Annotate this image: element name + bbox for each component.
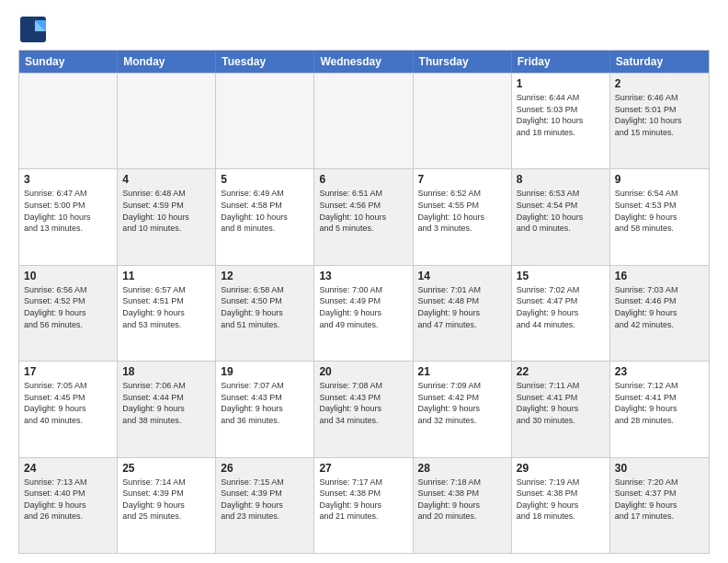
cal-cell-2-2: 12Sunrise: 6:58 AMSunset: 4:50 PMDayligh… xyxy=(216,266,314,361)
day-info: Sunrise: 6:51 AMSunset: 4:56 PMDaylight:… xyxy=(319,188,407,234)
day-info: Sunrise: 7:05 AMSunset: 4:45 PMDaylight:… xyxy=(24,380,112,426)
day-info: Sunrise: 7:08 AMSunset: 4:43 PMDaylight:… xyxy=(319,380,407,426)
cal-cell-1-3: 6Sunrise: 6:51 AMSunset: 4:56 PMDaylight… xyxy=(314,169,413,264)
day-number: 16 xyxy=(615,270,704,282)
day-number: 8 xyxy=(517,173,605,186)
day-info: Sunrise: 6:46 AMSunset: 5:01 PMDaylight:… xyxy=(615,92,704,138)
cal-cell-2-1: 11Sunrise: 6:57 AMSunset: 4:51 PMDayligh… xyxy=(118,266,216,361)
cal-cell-2-3: 13Sunrise: 7:00 AMSunset: 4:49 PMDayligh… xyxy=(314,266,413,361)
day-info: Sunrise: 7:11 AMSunset: 4:41 PMDaylight:… xyxy=(517,380,605,426)
day-number: 14 xyxy=(418,270,506,282)
day-number: 2 xyxy=(615,77,704,90)
day-info: Sunrise: 7:06 AMSunset: 4:44 PMDaylight:… xyxy=(122,380,210,426)
day-info: Sunrise: 6:53 AMSunset: 4:54 PMDaylight:… xyxy=(517,188,605,234)
cal-cell-0-1 xyxy=(118,74,216,168)
day-number: 22 xyxy=(517,365,605,378)
day-number: 25 xyxy=(122,462,210,475)
day-number: 30 xyxy=(615,462,704,475)
cal-cell-0-6: 2Sunrise: 6:46 AMSunset: 5:01 PMDaylight… xyxy=(610,74,709,168)
cal-cell-3-5: 22Sunrise: 7:11 AMSunset: 4:41 PMDayligh… xyxy=(512,362,610,456)
day-info: Sunrise: 6:44 AMSunset: 5:03 PMDaylight:… xyxy=(517,92,605,138)
day-number: 28 xyxy=(418,462,506,475)
day-number: 12 xyxy=(221,270,309,282)
day-number: 29 xyxy=(517,462,605,475)
cal-cell-2-5: 15Sunrise: 7:02 AMSunset: 4:47 PMDayligh… xyxy=(512,266,610,361)
page: SundayMondayTuesdayWednesdayThursdayFrid… xyxy=(0,0,728,563)
calendar: SundayMondayTuesdayWednesdayThursdayFrid… xyxy=(18,50,710,554)
day-info: Sunrise: 7:03 AMSunset: 4:46 PMDaylight:… xyxy=(615,284,704,330)
header-day-tuesday: Tuesday xyxy=(216,51,314,73)
day-number: 27 xyxy=(319,462,407,475)
cal-cell-4-3: 27Sunrise: 7:17 AMSunset: 4:38 PMDayligh… xyxy=(314,458,413,553)
day-number: 11 xyxy=(122,270,210,282)
cal-cell-2-6: 16Sunrise: 7:03 AMSunset: 4:46 PMDayligh… xyxy=(610,266,709,361)
day-number: 7 xyxy=(418,173,506,186)
calendar-row-1: 3Sunrise: 6:47 AMSunset: 5:00 PMDaylight… xyxy=(19,168,709,264)
day-number: 13 xyxy=(319,270,407,282)
day-info: Sunrise: 6:58 AMSunset: 4:50 PMDaylight:… xyxy=(221,284,309,330)
header-day-monday: Monday xyxy=(118,51,216,73)
day-info: Sunrise: 6:47 AMSunset: 5:00 PMDaylight:… xyxy=(24,188,112,234)
day-number: 18 xyxy=(122,365,210,378)
cal-cell-3-2: 19Sunrise: 7:07 AMSunset: 4:43 PMDayligh… xyxy=(216,362,314,456)
cal-cell-1-6: 9Sunrise: 6:54 AMSunset: 4:53 PMDaylight… xyxy=(610,169,709,264)
day-number: 15 xyxy=(517,270,605,282)
day-number: 9 xyxy=(615,173,704,186)
cal-cell-4-4: 28Sunrise: 7:18 AMSunset: 4:38 PMDayligh… xyxy=(414,458,512,553)
day-number: 21 xyxy=(418,365,506,378)
calendar-row-0: 1Sunrise: 6:44 AMSunset: 5:03 PMDaylight… xyxy=(19,73,709,168)
calendar-row-3: 17Sunrise: 7:05 AMSunset: 4:45 PMDayligh… xyxy=(19,361,709,456)
cal-cell-4-5: 29Sunrise: 7:19 AMSunset: 4:38 PMDayligh… xyxy=(512,458,610,553)
day-info: Sunrise: 7:09 AMSunset: 4:42 PMDaylight:… xyxy=(418,380,506,426)
header-day-friday: Friday xyxy=(512,51,610,73)
day-info: Sunrise: 6:52 AMSunset: 4:55 PMDaylight:… xyxy=(418,188,506,234)
day-number: 19 xyxy=(221,365,309,378)
day-info: Sunrise: 6:56 AMSunset: 4:52 PMDaylight:… xyxy=(24,284,112,330)
day-number: 23 xyxy=(615,365,704,378)
cal-cell-3-1: 18Sunrise: 7:06 AMSunset: 4:44 PMDayligh… xyxy=(118,362,216,456)
cal-cell-0-0 xyxy=(19,74,118,168)
day-number: 3 xyxy=(24,173,112,186)
day-info: Sunrise: 7:20 AMSunset: 4:37 PMDaylight:… xyxy=(615,477,704,523)
cal-cell-1-2: 5Sunrise: 6:49 AMSunset: 4:58 PMDaylight… xyxy=(216,169,314,264)
cal-cell-1-4: 7Sunrise: 6:52 AMSunset: 4:55 PMDaylight… xyxy=(414,169,512,264)
cal-cell-4-6: 30Sunrise: 7:20 AMSunset: 4:37 PMDayligh… xyxy=(610,458,709,553)
cal-cell-4-1: 25Sunrise: 7:14 AMSunset: 4:39 PMDayligh… xyxy=(118,458,216,553)
day-info: Sunrise: 7:19 AMSunset: 4:38 PMDaylight:… xyxy=(517,477,605,523)
cal-cell-0-5: 1Sunrise: 6:44 AMSunset: 5:03 PMDaylight… xyxy=(512,74,610,168)
calendar-body: 1Sunrise: 6:44 AMSunset: 5:03 PMDaylight… xyxy=(19,73,709,553)
cal-cell-4-2: 26Sunrise: 7:15 AMSunset: 4:39 PMDayligh… xyxy=(216,458,314,553)
header-day-thursday: Thursday xyxy=(414,51,512,73)
cal-cell-1-0: 3Sunrise: 6:47 AMSunset: 5:00 PMDaylight… xyxy=(19,169,118,264)
cal-cell-1-1: 4Sunrise: 6:48 AMSunset: 4:59 PMDaylight… xyxy=(118,169,216,264)
cal-cell-0-4 xyxy=(414,74,512,168)
day-info: Sunrise: 7:17 AMSunset: 4:38 PMDaylight:… xyxy=(319,477,407,523)
day-info: Sunrise: 6:57 AMSunset: 4:51 PMDaylight:… xyxy=(122,284,210,330)
cal-cell-1-5: 8Sunrise: 6:53 AMSunset: 4:54 PMDaylight… xyxy=(512,169,610,264)
day-info: Sunrise: 7:14 AMSunset: 4:39 PMDaylight:… xyxy=(122,477,210,523)
day-info: Sunrise: 7:01 AMSunset: 4:48 PMDaylight:… xyxy=(418,284,506,330)
header-day-saturday: Saturday xyxy=(610,51,709,73)
cal-cell-3-3: 20Sunrise: 7:08 AMSunset: 4:43 PMDayligh… xyxy=(314,362,413,456)
day-info: Sunrise: 7:18 AMSunset: 4:38 PMDaylight:… xyxy=(418,477,506,523)
day-number: 10 xyxy=(24,270,112,282)
day-number: 4 xyxy=(122,173,210,186)
day-number: 6 xyxy=(319,173,407,186)
cal-cell-3-0: 17Sunrise: 7:05 AMSunset: 4:45 PMDayligh… xyxy=(19,362,118,456)
day-number: 26 xyxy=(221,462,309,475)
cal-cell-0-2 xyxy=(216,74,314,168)
calendar-row-4: 24Sunrise: 7:13 AMSunset: 4:40 PMDayligh… xyxy=(19,457,709,553)
day-info: Sunrise: 7:00 AMSunset: 4:49 PMDaylight:… xyxy=(319,284,407,330)
day-info: Sunrise: 6:49 AMSunset: 4:58 PMDaylight:… xyxy=(221,188,309,234)
day-info: Sunrise: 7:07 AMSunset: 4:43 PMDaylight:… xyxy=(221,380,309,426)
day-number: 17 xyxy=(24,365,112,378)
cal-cell-3-4: 21Sunrise: 7:09 AMSunset: 4:42 PMDayligh… xyxy=(414,362,512,456)
day-info: Sunrise: 7:12 AMSunset: 4:41 PMDaylight:… xyxy=(615,380,704,426)
header xyxy=(18,15,710,40)
day-info: Sunrise: 6:54 AMSunset: 4:53 PMDaylight:… xyxy=(615,188,704,234)
day-info: Sunrise: 6:48 AMSunset: 4:59 PMDaylight:… xyxy=(122,188,210,234)
header-day-sunday: Sunday xyxy=(19,51,118,73)
cal-cell-0-3 xyxy=(314,74,413,168)
header-day-wednesday: Wednesday xyxy=(314,51,413,73)
day-number: 24 xyxy=(24,462,112,475)
